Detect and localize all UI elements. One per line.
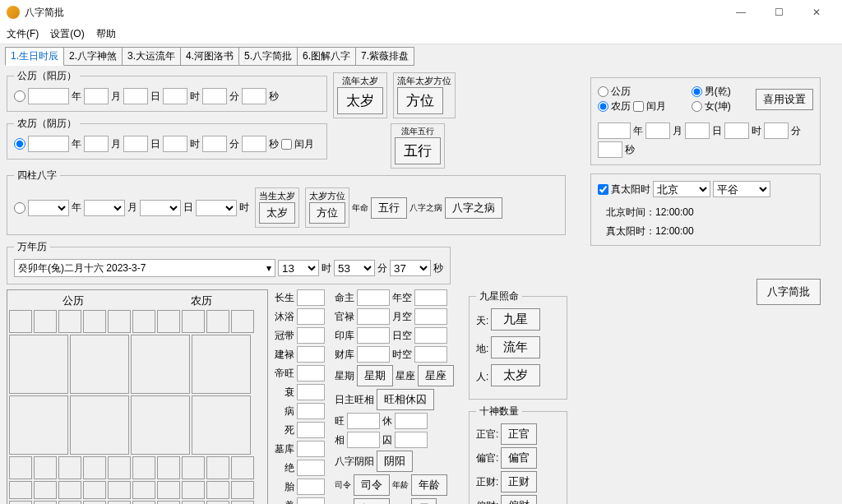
sizhu-month-sel[interactable] — [84, 200, 125, 216]
bazhibing-button[interactable]: 八字之病 — [445, 197, 502, 219]
sizhu-day-sel[interactable] — [140, 200, 181, 216]
siling-button[interactable]: 司令 — [354, 474, 390, 496]
xingqi-button[interactable]: 星期 — [357, 365, 393, 386]
twelve-field-10[interactable] — [297, 479, 325, 495]
shu-button[interactable]: 属 — [411, 498, 437, 504]
twelve-field-6[interactable] — [297, 403, 325, 419]
twelve-field-5[interactable] — [297, 384, 325, 400]
r-min[interactable] — [764, 123, 789, 139]
nianming-wuxing-button[interactable]: 五行 — [371, 197, 407, 219]
yuekong-field[interactable] — [414, 308, 447, 325]
wuxing-button[interactable]: 五行 — [395, 137, 441, 164]
mingzhu-field[interactable] — [357, 289, 390, 306]
fangwei-button[interactable]: 方位 — [397, 87, 443, 114]
qihou-button[interactable]: 气候 — [354, 498, 390, 504]
city2-select[interactable]: 平谷 — [713, 181, 770, 197]
xiu-field[interactable] — [395, 413, 428, 429]
xingzuo-button[interactable]: 星座 — [418, 365, 454, 386]
gongli-sec[interactable] — [242, 88, 266, 104]
nongli-month[interactable] — [84, 136, 109, 152]
yinyang-button[interactable]: 阴阳 — [377, 451, 413, 472]
female-radio[interactable]: 女(坤) — [692, 99, 731, 113]
rikong-field[interactable] — [414, 327, 447, 344]
nianling-button[interactable]: 年龄 — [411, 474, 447, 496]
gongli-hour[interactable] — [163, 88, 187, 104]
shikong-field[interactable] — [414, 346, 447, 363]
submit-button[interactable]: 八字简批 — [756, 279, 821, 305]
tab-4[interactable]: 4.河图洛书 — [180, 47, 239, 66]
twelve-field-8[interactable] — [297, 441, 325, 457]
male-radio[interactable]: 男(乾) — [692, 85, 731, 99]
r-month[interactable] — [645, 123, 670, 139]
gongli-min[interactable] — [202, 88, 227, 104]
nongli-hour[interactable] — [163, 136, 187, 152]
leap-checkbox[interactable]: 闰月 — [281, 137, 314, 151]
sizhu-year-sel[interactable] — [28, 200, 69, 216]
sizhu-hour-sel[interactable] — [196, 200, 237, 216]
menu-help[interactable]: 帮助 — [96, 27, 116, 41]
twelve-field-7[interactable] — [297, 422, 325, 438]
wannian-hour[interactable]: 13 — [278, 260, 319, 276]
twelve-field-4[interactable] — [297, 365, 325, 381]
r-day[interactable] — [685, 123, 710, 139]
nongli-day[interactable] — [123, 136, 148, 152]
twelve-field-2[interactable] — [297, 327, 325, 344]
minimize-button[interactable]: — — [722, 0, 760, 25]
taisui-fangwei-button[interactable]: 方位 — [309, 202, 345, 224]
twelve-field-9[interactable] — [297, 460, 325, 476]
right-nongli-radio[interactable]: 农历 — [598, 99, 631, 113]
wang-field[interactable] — [347, 413, 380, 429]
twelve-field-1[interactable] — [297, 308, 325, 325]
qiu-field[interactable] — [395, 432, 428, 448]
r-year[interactable] — [598, 123, 631, 139]
xiyong-button[interactable]: 喜用设置 — [756, 89, 813, 110]
twelve-field-0[interactable] — [297, 289, 325, 306]
gongli-month[interactable] — [84, 88, 109, 104]
maximize-button[interactable]: ☐ — [760, 0, 798, 25]
guanlu-field[interactable] — [357, 308, 390, 325]
sizhu-radio[interactable] — [14, 202, 25, 214]
twelve-field-11[interactable] — [297, 497, 325, 504]
wangxiang-button[interactable]: 旺相休囚 — [377, 389, 434, 410]
jiuxing-ren-button[interactable]: 太岁 — [491, 364, 540, 386]
menu-file[interactable]: 文件(F) — [7, 27, 39, 41]
yinku-field[interactable] — [357, 327, 390, 344]
nongli-sec[interactable] — [242, 136, 266, 152]
tab-1[interactable]: 1.生日时辰 — [5, 47, 64, 66]
tab-7[interactable]: 7.紫薇排盘 — [355, 47, 414, 66]
tab-2[interactable]: 2.八字神煞 — [63, 47, 123, 66]
taisui-button[interactable]: 太岁 — [337, 87, 383, 114]
shishen-btn-1[interactable]: 偏官 — [501, 447, 537, 469]
tab-3[interactable]: 3.大运流年 — [122, 47, 181, 66]
shishen-btn-0[interactable]: 正官 — [501, 423, 537, 445]
shishen-btn-2[interactable]: 正财 — [501, 471, 537, 492]
xiang-field[interactable] — [347, 432, 380, 448]
menu-settings[interactable]: 设置(O) — [50, 27, 84, 41]
niankon-field[interactable] — [414, 289, 447, 306]
gongli-year[interactable] — [28, 88, 69, 104]
r-hour[interactable] — [724, 123, 749, 139]
wannian-input[interactable]: 癸卯年(兔)二月十六 2023-3-7 ▾ — [14, 259, 275, 277]
jiuxing-di-button[interactable]: 流年 — [491, 336, 540, 358]
tab-5[interactable]: 5.八字简批 — [238, 47, 298, 66]
nongli-min[interactable] — [202, 136, 227, 152]
r-sec[interactable] — [598, 141, 622, 158]
city1-select[interactable]: 北京 — [653, 181, 710, 197]
right-leap-checkbox[interactable]: 闰月 — [633, 99, 666, 113]
jiuxing-tian-button[interactable]: 九星 — [491, 308, 540, 331]
gongli-radio[interactable] — [14, 90, 25, 102]
tab-6[interactable]: 6.图解八字 — [297, 47, 356, 66]
nongli-year[interactable] — [28, 136, 69, 152]
sizhu-legend: 四柱八字 — [14, 169, 60, 183]
right-gongli-radio[interactable]: 公历 — [598, 85, 631, 99]
dangsheng-taisui-button[interactable]: 太岁 — [259, 202, 295, 224]
wannian-sec[interactable]: 37 — [390, 260, 431, 276]
zhentaiyang-checkbox[interactable]: 真太阳时 — [598, 183, 650, 197]
twelve-field-3[interactable] — [297, 346, 325, 363]
wannian-min[interactable]: 53 — [334, 260, 375, 276]
close-button[interactable]: ✕ — [798, 0, 835, 25]
nongli-radio[interactable] — [14, 138, 25, 150]
shishen-btn-3[interactable]: 偏财 — [501, 495, 537, 504]
caiku-field[interactable] — [357, 346, 390, 363]
gongli-day[interactable] — [123, 88, 148, 104]
